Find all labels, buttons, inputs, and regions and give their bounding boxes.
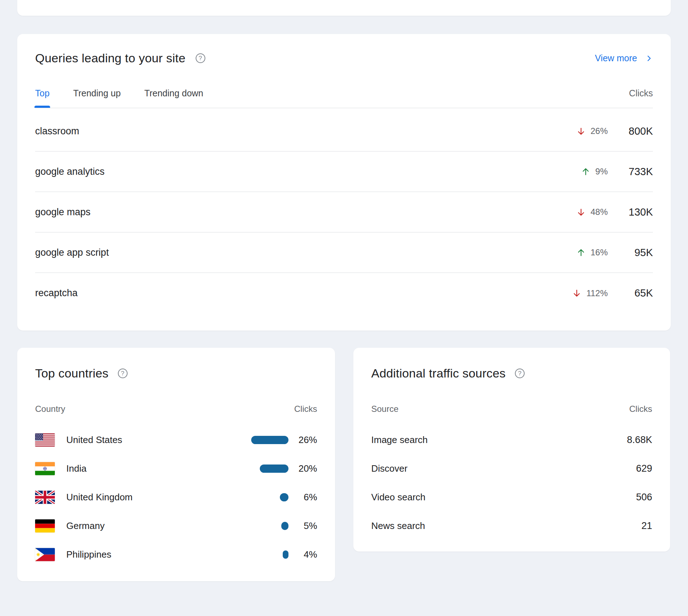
country-name: Germany xyxy=(66,520,248,531)
query-list: classroom 26% 800K google analytics xyxy=(35,108,653,313)
country-percent: 6% xyxy=(288,492,317,503)
tab-top[interactable]: Top xyxy=(35,88,49,108)
query-row: google analytics 9% 733K xyxy=(35,151,653,192)
help-icon[interactable]: ? xyxy=(515,369,525,378)
source-row: Video search 506 xyxy=(371,483,652,511)
tab-trending-down[interactable]: Trending down xyxy=(144,88,203,108)
source-row: News search 21 xyxy=(371,511,652,540)
source-clicks: 629 xyxy=(636,463,652,474)
clicks-value: 95K xyxy=(617,247,653,259)
query-text: google app script xyxy=(35,247,109,258)
clicks-column-header: Clicks xyxy=(629,404,652,414)
query-row: recaptcha 112% 65K xyxy=(35,273,653,313)
trend-percent: 112% xyxy=(586,288,608,298)
query-row: google maps 48% 130K xyxy=(35,192,653,232)
trend-indicator: 48% xyxy=(576,207,608,217)
country-name: India xyxy=(66,463,248,474)
country-name: United Kingdom xyxy=(66,492,248,503)
country-percent: 5% xyxy=(288,520,317,531)
country-column-header: Country xyxy=(35,404,65,414)
clicks-value: 65K xyxy=(617,287,653,299)
sources-list: Image search 8.68K Discover 629 Video se… xyxy=(371,425,652,540)
tab-trending-up[interactable]: Trending up xyxy=(73,88,121,108)
country-percent: 4% xyxy=(288,549,317,560)
trend-percent: 26% xyxy=(591,126,608,136)
source-name: Video search xyxy=(371,492,425,503)
query-row: classroom 26% 800K xyxy=(35,111,653,151)
philippines-flag-icon xyxy=(35,548,55,561)
country-row: United Kingdom 6% xyxy=(35,483,317,511)
us-flag-icon xyxy=(35,433,55,447)
trend-percent: 9% xyxy=(595,167,608,177)
top-countries-card: Top countries ? Country Clicks xyxy=(17,348,335,581)
clicks-bar xyxy=(280,493,288,501)
view-more-label: View more xyxy=(595,53,637,63)
queries-card-header: Queries leading to your site ? View more xyxy=(35,34,653,65)
arrow-down-icon xyxy=(572,288,582,298)
country-row: Germany 5% xyxy=(35,511,317,540)
traffic-sources-card: Additional traffic sources ? Source Clic… xyxy=(353,348,670,552)
clicks-bar xyxy=(283,550,288,559)
query-text: classroom xyxy=(35,126,79,137)
country-name: United States xyxy=(66,434,248,446)
source-clicks: 506 xyxy=(636,492,652,503)
source-clicks: 21 xyxy=(641,520,652,531)
country-name: Philippines xyxy=(66,549,248,560)
source-name: Discover xyxy=(371,463,407,474)
source-row: Image search 8.68K xyxy=(371,425,652,454)
country-row: Philippines 4% xyxy=(35,540,317,569)
arrow-down-icon xyxy=(576,207,586,217)
source-name: News search xyxy=(371,520,425,531)
queries-title: Queries leading to your site xyxy=(35,51,186,65)
countries-list: United States 26% xyxy=(35,425,317,569)
query-row: google app script 16% 95K xyxy=(35,232,653,273)
query-text: recaptcha xyxy=(35,288,78,299)
clicks-value: 733K xyxy=(617,166,653,178)
trend-indicator: 112% xyxy=(572,288,608,298)
clicks-column-header: Clicks xyxy=(294,404,317,414)
source-column-header: Source xyxy=(371,404,398,414)
arrow-down-icon xyxy=(576,126,586,136)
top-countries-title: Top countries xyxy=(35,366,109,380)
help-icon[interactable]: ? xyxy=(196,53,205,63)
trend-indicator: 9% xyxy=(581,167,608,177)
uk-flag-icon xyxy=(35,491,55,504)
clicks-bar xyxy=(251,436,288,444)
country-percent: 26% xyxy=(288,434,317,446)
chevron-right-icon xyxy=(645,54,653,62)
source-name: Image search xyxy=(371,434,428,446)
source-clicks: 8.68K xyxy=(627,434,652,446)
help-icon[interactable]: ? xyxy=(118,369,128,378)
query-text: google maps xyxy=(35,207,91,218)
germany-flag-icon xyxy=(35,519,55,533)
view-more-link[interactable]: View more xyxy=(595,53,653,63)
clicks-value: 130K xyxy=(617,206,653,218)
country-row: India 20% xyxy=(35,454,317,483)
clicks-column-header: Clicks xyxy=(629,88,653,108)
trend-indicator: 26% xyxy=(576,126,608,136)
source-row: Discover 629 xyxy=(371,454,652,483)
clicks-value: 800K xyxy=(617,125,653,137)
queries-card: Queries leading to your site ? View more… xyxy=(17,34,671,331)
sources-columns-header: Source Clicks xyxy=(371,404,652,414)
trend-percent: 16% xyxy=(591,247,608,258)
previous-card-partial xyxy=(17,0,671,16)
clicks-bar xyxy=(260,465,288,473)
query-text: google analytics xyxy=(35,166,105,177)
countries-columns-header: Country Clicks xyxy=(35,404,317,414)
trend-percent: 48% xyxy=(591,207,608,217)
india-flag-icon xyxy=(35,462,55,475)
country-percent: 20% xyxy=(288,463,317,474)
queries-tabs-bar: Top Trending up Trending down Clicks xyxy=(35,88,653,108)
arrow-up-icon xyxy=(581,167,591,177)
country-row: United States 26% xyxy=(35,425,317,454)
trend-indicator: 16% xyxy=(576,247,608,258)
traffic-sources-title: Additional traffic sources xyxy=(371,366,506,380)
arrow-up-icon xyxy=(576,248,586,258)
insights-page: Queries leading to your site ? View more… xyxy=(0,0,688,616)
clicks-bar xyxy=(281,522,288,530)
